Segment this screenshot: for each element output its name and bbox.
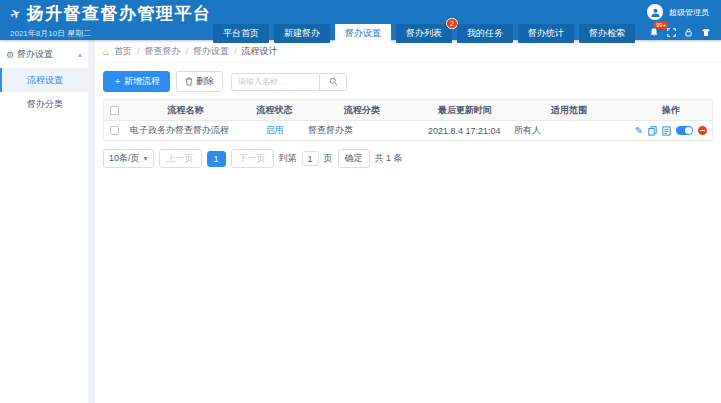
add-process-button[interactable]: ＋ 新增流程 bbox=[103, 71, 170, 92]
trash-icon bbox=[185, 77, 193, 86]
user-box[interactable]: 超级管理员 bbox=[647, 4, 709, 20]
enable-toggle[interactable] bbox=[676, 126, 693, 135]
design-icon[interactable] bbox=[662, 126, 671, 136]
bell-icon[interactable]: 99+ bbox=[649, 27, 659, 38]
process-table: 流程名称 流程状态 流程分类 最后更新时间 适用范围 操作 电子政务办督查督办流… bbox=[103, 99, 713, 141]
breadcrumb-home[interactable]: 首页 bbox=[114, 45, 132, 58]
lock-icon[interactable] bbox=[684, 28, 693, 37]
table-header-row: 流程名称 流程状态 流程分类 最后更新时间 适用范围 操作 bbox=[104, 100, 712, 120]
search-group bbox=[231, 73, 347, 91]
home-icon[interactable]: ⌂ bbox=[103, 47, 109, 57]
edit-icon[interactable]: ✎ bbox=[635, 126, 643, 136]
goto-confirm-button[interactable]: 确定 bbox=[338, 149, 370, 168]
app-header: ✈ 扬升督查督办管理平台 2021年8月10日 星期二 平台首页 新建督办 督办… bbox=[0, 0, 721, 40]
header-icon-bar: 99+ bbox=[649, 27, 711, 38]
toolbar: ＋ 新增流程 删除 bbox=[95, 63, 721, 99]
cell-process-status: 启用 bbox=[247, 124, 302, 137]
breadcrumb-supervision[interactable]: 督查督办 bbox=[145, 45, 181, 58]
breadcrumb: ⌂ 首页 / 督查督办 / 督办设置 / 流程设计 bbox=[95, 40, 721, 63]
total-count-label: 共 1 条 bbox=[375, 152, 403, 165]
col-last-updated: 最后更新时间 bbox=[422, 104, 508, 117]
table-row: 电子政务办督查督办流程 启用 督查督办类 2021.8.4 17:21:04 所… bbox=[104, 120, 712, 140]
breadcrumb-separator: / bbox=[137, 47, 140, 57]
cell-process-category: 督查督办类 bbox=[302, 124, 422, 137]
chevron-down-icon: ▾ bbox=[144, 154, 148, 163]
user-avatar-icon[interactable] bbox=[647, 4, 663, 20]
col-process-category: 流程分类 bbox=[302, 104, 422, 117]
layout-gutter bbox=[88, 40, 95, 403]
search-input[interactable] bbox=[231, 73, 319, 91]
tab-supervision-settings[interactable]: 督办设置 bbox=[335, 24, 391, 43]
toggle-knob bbox=[685, 127, 692, 134]
prev-page-button[interactable]: 上一页 bbox=[159, 149, 202, 168]
select-all-cell bbox=[104, 106, 124, 115]
breadcrumb-process-design: 流程设计 bbox=[242, 45, 278, 58]
tab-supervision-search[interactable]: 督办检索 bbox=[579, 24, 635, 43]
sidebar: ⚙ 督办设置 ▴ 流程设置 督办分类 bbox=[0, 40, 88, 403]
col-operations: 操作 bbox=[630, 104, 712, 117]
cell-process-name: 电子政务办督查督办流程 bbox=[124, 124, 247, 137]
username-label[interactable]: 超级管理员 bbox=[669, 7, 709, 18]
plus-icon: ＋ bbox=[113, 75, 122, 88]
tab-supervision-list[interactable]: 督办列表 2 bbox=[396, 24, 452, 43]
search-button[interactable] bbox=[319, 73, 347, 91]
tab-new-supervision[interactable]: 新建督办 bbox=[274, 24, 330, 43]
cell-scope: 所有人 bbox=[508, 124, 630, 137]
tab-platform-home[interactable]: 平台首页 bbox=[213, 24, 269, 43]
main-nav: 平台首页 新建督办 督办设置 督办列表 2 我的任务 督办统计 督办检索 bbox=[213, 24, 635, 43]
copy-icon[interactable] bbox=[648, 126, 657, 136]
goto-prefix-label: 到第 bbox=[279, 152, 297, 165]
row-checkbox[interactable] bbox=[110, 126, 119, 135]
app-title: ✈ 扬升督查督办管理平台 bbox=[10, 2, 211, 25]
sidebar-item-supervision-category[interactable]: 督办分类 bbox=[0, 92, 88, 116]
breadcrumb-separator: / bbox=[186, 47, 189, 57]
col-process-status: 流程状态 bbox=[247, 104, 302, 117]
search-icon bbox=[329, 77, 338, 86]
col-process-name: 流程名称 bbox=[124, 104, 247, 117]
next-page-button[interactable]: 下一页 bbox=[231, 149, 274, 168]
disable-icon-bar bbox=[700, 130, 705, 132]
sidebar-item-process-settings[interactable]: 流程设置 bbox=[0, 68, 88, 92]
breadcrumb-settings[interactable]: 督办设置 bbox=[193, 45, 229, 58]
pagination: 10条/页 ▾ 上一页 1 下一页 到第 页 确定 共 1 条 bbox=[103, 149, 713, 168]
sidebar-group-label: 督办设置 bbox=[17, 48, 53, 61]
select-all-checkbox[interactable] bbox=[110, 106, 119, 115]
cell-last-updated: 2021.8.4 17:21:04 bbox=[422, 126, 508, 136]
sidebar-group-supervision-settings[interactable]: ⚙ 督办设置 ▴ bbox=[0, 40, 88, 68]
logo-icon: ✈ bbox=[7, 4, 25, 23]
page-body: ⚙ 督办设置 ▴ 流程设置 督办分类 ⌂ 首页 / 督查督办 / 督办设置 / … bbox=[0, 40, 721, 403]
col-scope: 适用范围 bbox=[508, 104, 630, 117]
tab-supervision-stats[interactable]: 督办统计 bbox=[518, 24, 574, 43]
goto-page-input[interactable] bbox=[302, 151, 319, 166]
gear-icon: ⚙ bbox=[6, 50, 14, 60]
operation-icons: ✎ bbox=[630, 126, 712, 136]
goto-suffix-label: 页 bbox=[324, 152, 333, 165]
collapse-caret-icon: ▴ bbox=[78, 50, 82, 59]
app-title-text: 扬升督查督办管理平台 bbox=[26, 2, 211, 25]
row-checkbox-cell bbox=[104, 126, 124, 135]
fullscreen-icon[interactable] bbox=[667, 28, 676, 37]
main-panel: ⌂ 首页 / 督查督办 / 督办设置 / 流程设计 ＋ 新增流程 删除 bbox=[95, 40, 721, 403]
delete-button[interactable]: 删除 bbox=[176, 71, 223, 92]
tab-my-tasks[interactable]: 我的任务 bbox=[457, 24, 513, 43]
current-date: 2021年8月10日 星期二 bbox=[10, 28, 91, 39]
disable-icon[interactable] bbox=[698, 126, 707, 135]
breadcrumb-separator: / bbox=[234, 47, 237, 57]
theme-icon[interactable] bbox=[701, 28, 711, 37]
cell-operations: ✎ bbox=[630, 126, 712, 136]
page-size-select[interactable]: 10条/页 ▾ bbox=[103, 149, 154, 168]
current-page-button[interactable]: 1 bbox=[207, 151, 226, 167]
